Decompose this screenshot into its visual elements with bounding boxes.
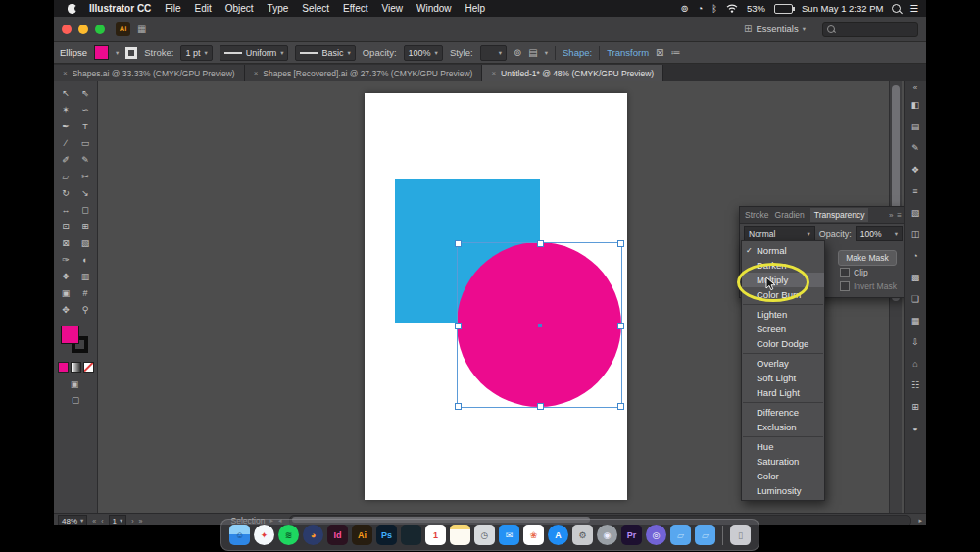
free-transform-tool-icon[interactable]: ◻ [76, 201, 94, 218]
selection-handle[interactable] [537, 240, 544, 247]
make-mask-button[interactable]: Make Mask [838, 250, 897, 266]
blend-mode-select[interactable]: Normal▾ [744, 226, 815, 241]
menu-file[interactable]: File [158, 3, 187, 14]
gradient-panel-icon[interactable]: ▧ [907, 205, 923, 220]
tab-gradient[interactable]: Gradien [775, 210, 805, 220]
zoom-level-select[interactable]: 48%▾ [58, 515, 87, 526]
close-icon[interactable]: × [254, 69, 259, 77]
dock-photos-icon[interactable]: ❀ [523, 525, 544, 545]
panel-menu-icon[interactable]: ≡ [897, 211, 902, 220]
menu-type[interactable]: Type [261, 3, 296, 14]
paintbrush-tool-icon[interactable]: ✐ [57, 151, 74, 168]
menu-help[interactable]: Help [459, 3, 493, 14]
brushes-panel-icon[interactable]: ✎ [907, 140, 923, 155]
invert-mask-checkbox[interactable] [840, 281, 850, 291]
blend-mode-color[interactable]: Color [742, 469, 824, 483]
swatches-panel-icon[interactable]: ▤ [907, 119, 923, 133]
stroke-panel-icon[interactable]: ≡ [907, 183, 923, 198]
drawing-modes-icon[interactable]: ▣ [71, 379, 81, 389]
dock-indesign-icon[interactable]: Id [327, 525, 348, 545]
toolbar-fill-swatch[interactable] [61, 326, 79, 344]
search-input[interactable] [822, 22, 918, 37]
window-minimize-button[interactable] [78, 25, 88, 34]
gradient-tool-icon[interactable]: ▧ [76, 234, 94, 251]
navigator-panel-icon[interactable]: ◒ [907, 421, 923, 435]
blend-mode-exclusion[interactable]: Exclusion [742, 420, 824, 434]
selection-handle[interactable] [455, 240, 462, 247]
mesh-tool-icon[interactable]: ⊠ [57, 234, 74, 251]
status-icon-1[interactable]: ⊚ [681, 3, 689, 14]
selection-center-point[interactable] [538, 324, 542, 327]
artboard-tool-icon[interactable]: ▣ [57, 284, 74, 301]
dock-dark-app-icon[interactable] [401, 525, 421, 545]
layers-panel-icon[interactable]: ❏ [907, 291, 923, 306]
menu-edit[interactable]: Edit [187, 3, 218, 14]
blend-tool-icon[interactable]: ◐ [76, 251, 94, 268]
asset-export-panel-icon[interactable]: ⇩ [907, 334, 923, 349]
tab-transparency[interactable]: Transparency [810, 208, 869, 222]
arrange-documents-icon[interactable]: ▦ [137, 24, 146, 34]
menu-object[interactable]: Object [219, 3, 261, 14]
pen-tool-icon[interactable]: ✒ [57, 118, 74, 134]
fill-color-swatch[interactable] [94, 45, 109, 60]
variable-width-profile-select[interactable]: Uniform▾ [220, 45, 289, 61]
selection-handle[interactable] [617, 240, 624, 247]
dock-finder-icon[interactable]: ☺ [229, 525, 250, 545]
blend-mode-lighten[interactable]: Lighten [742, 307, 824, 322]
isolate-selection-icon[interactable]: ⊠ [656, 47, 663, 58]
selection-tool-icon[interactable]: ↖ [57, 84, 74, 101]
pathfinder-panel-icon[interactable]: ⊞ [907, 399, 923, 414]
menu-select[interactable]: Select [295, 3, 336, 14]
blend-mode-luminosity[interactable]: Luminosity [742, 483, 824, 498]
recolor-artwork-icon[interactable]: ⊚ [514, 47, 521, 58]
tab-stroke[interactable]: Stroke [745, 210, 769, 220]
blend-mode-hue[interactable]: Hue [742, 439, 824, 454]
selection-handle[interactable] [617, 323, 624, 329]
workspace-switcher[interactable]: ⊞ Essentials ▾ [744, 24, 806, 34]
previous-artboard-icon[interactable]: ‹ [101, 518, 103, 525]
document-tab-untitled1[interactable]: × Untitled-1* @ 48% (CMYK/GPU Preview) [482, 65, 663, 81]
blend-mode-difference[interactable]: Difference [742, 405, 824, 420]
dock-folder-icon[interactable]: ▱ [670, 525, 691, 545]
width-tool-icon[interactable]: ↔ [57, 201, 74, 218]
blend-mode-soft-light[interactable]: Soft Light [742, 371, 824, 385]
align-options-icon[interactable]: ▤ [528, 47, 537, 58]
magic-wand-tool-icon[interactable]: ✶ [57, 101, 74, 118]
select-similar-icon[interactable]: ≔ [670, 47, 680, 58]
blend-mode-hard-light[interactable]: Hard Light [742, 385, 824, 400]
menu-window[interactable]: Window [410, 3, 459, 14]
shape-label[interactable]: Shape: [563, 47, 592, 58]
none-button[interactable] [83, 362, 94, 373]
dock-illustrator-icon[interactable]: Ai [352, 525, 372, 545]
transform-link[interactable]: Transform [607, 47, 649, 58]
close-icon[interactable]: × [63, 69, 68, 77]
bluetooth-icon[interactable]: ᛒ [711, 3, 717, 14]
dock-spotify-icon[interactable]: ≋ [278, 525, 299, 545]
align-panel-icon[interactable]: ☷ [907, 377, 923, 392]
opacity-select[interactable]: 100%▾ [404, 45, 443, 61]
blend-mode-multiply[interactable]: Multiply [742, 273, 824, 287]
type-tool-icon[interactable]: T [76, 118, 94, 134]
dock-notes-icon[interactable] [450, 525, 470, 545]
brush-definition-select[interactable]: Basic▾ [295, 45, 355, 61]
document-tab-shapes-recovered[interactable]: × Shapes [Recovered].ai @ 27.37% (CMYK/G… [245, 65, 483, 81]
selection-handle[interactable] [537, 403, 544, 410]
canvas-area[interactable]: Stroke Gradien Transparency » ≡ Normal▾ … [98, 81, 904, 513]
dock-premiere-icon[interactable]: Pr [621, 525, 642, 545]
blend-mode-normal[interactable]: ✓Normal [742, 243, 824, 258]
blend-mode-darken[interactable]: Darken [742, 258, 824, 273]
artboards-panel-icon[interactable]: ▦ [907, 313, 923, 327]
dock-purple-app-icon[interactable]: ◎ [646, 525, 666, 545]
graphic-styles-panel-icon[interactable]: ▩ [907, 270, 923, 284]
dock-trash-icon[interactable]: ▯ [730, 525, 751, 545]
slice-tool-icon[interactable]: # [76, 284, 94, 301]
selection-handle[interactable] [455, 403, 462, 410]
dock-gray-circle-app-icon[interactable]: ◉ [597, 525, 617, 545]
zoom-tool-icon[interactable]: ⚲ [76, 301, 94, 318]
direct-selection-tool-icon[interactable]: ⇖ [76, 84, 94, 101]
screen-mode-icon[interactable]: ▢ [72, 395, 80, 405]
clip-checkbox[interactable] [840, 268, 850, 277]
pencil-tool-icon[interactable]: ✎ [76, 151, 94, 168]
scale-tool-icon[interactable]: ↘ [76, 184, 94, 201]
dock-system-preferences-icon[interactable]: ⚙ [572, 525, 593, 545]
